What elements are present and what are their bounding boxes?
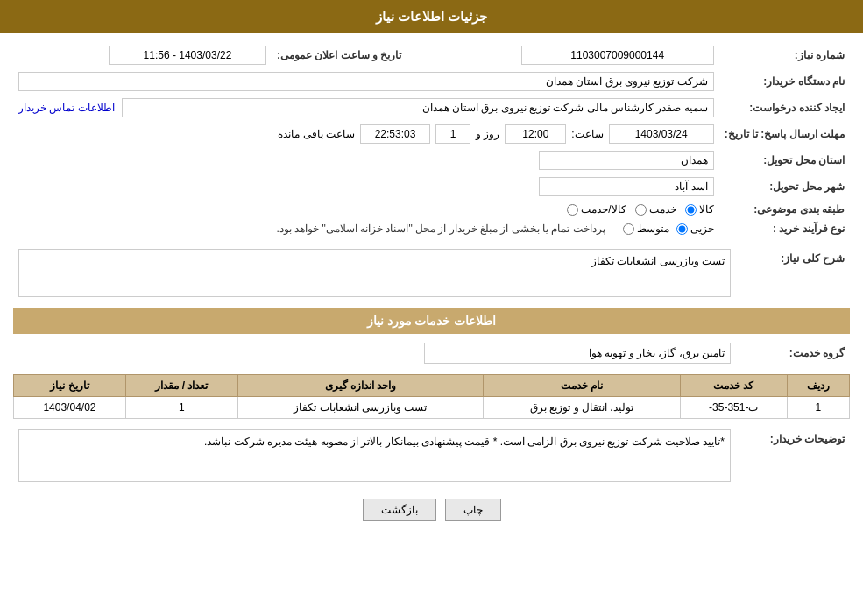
row-tozihat: توضیحات خریدار: *تایید صلاحیت شرکت توزیع…	[13, 426, 850, 485]
nam-dastgah-label: نام دستگاه خریدار:	[719, 68, 850, 95]
radio-jozi: جزیی	[676, 223, 714, 235]
sharh-box: تست وبازرسی انشعابات تکفاز	[18, 249, 731, 297]
mohlat-date: 1403/03/24	[609, 124, 714, 144]
services-table: ردیف کد خدمت نام خدمت واحد اندازه گیری ت…	[13, 374, 850, 419]
row-shomare-tarikh: شماره نیاز: 1103007009000144 تاریخ و ساع…	[13, 42, 850, 68]
shahr-label: شهر محل تحویل:	[719, 173, 850, 200]
col-radif: ردیف	[787, 375, 849, 397]
radio-kala-khadmat-label: کالا/خدمت	[581, 203, 626, 216]
ijad-value: سمیه صفدر کارشناس مالی شرکت توزیع نیروی …	[13, 95, 719, 121]
mohlat-saat: 12:00	[505, 124, 566, 144]
ostan-label: استان محل تحویل:	[719, 147, 850, 173]
cell-kod: ت-351-35-	[680, 397, 787, 419]
radio-khadmat-label: خدمت	[649, 203, 676, 216]
tarikh-value: 1403/03/22 - 11:56	[13, 42, 272, 68]
col-kod: کد خدمت	[680, 375, 787, 397]
saat-label: ساعت:	[571, 128, 603, 140]
radio-motovaset-label: متوسط	[637, 223, 669, 235]
col-vahed: واحد اندازه گیری	[237, 375, 484, 397]
mohlat-values: 1403/03/24 ساعت: 12:00 روز و 1 22:53:03 …	[13, 121, 719, 147]
chap-button[interactable]: چاپ	[445, 499, 501, 521]
mohlat-label: مهلت ارسال پاسخ: تا تاریخ:	[719, 121, 850, 147]
cell-tarikh: 1403/04/02	[14, 397, 126, 419]
cell-vahed: تست وبازرسی انشعابات تکفاز	[237, 397, 484, 419]
tozihat-table: توضیحات خریدار: *تایید صلاحیت شرکت توزیع…	[13, 426, 850, 485]
sharh-text: تست وبازرسی انشعابات تکفاز	[591, 255, 725, 267]
ijad-label: ایجاد کننده درخواست:	[719, 95, 850, 121]
khadamat-section-header: اطلاعات خدمات مورد نیاز	[13, 308, 850, 334]
shomare-niaz-input: 1103007009000144	[521, 46, 714, 65]
page-header: جزئیات اطلاعات نیاز	[0, 0, 863, 33]
khadamat-section-title: اطلاعات خدمات مورد نیاز	[367, 314, 497, 328]
row-tabaqe: طبقه بندی موضوعی: کالا خدمت کالا/خدمت	[13, 200, 850, 219]
farayand-label: نوع فرآیند خرید :	[719, 219, 850, 238]
services-table-header-row: ردیف کد خدمت نام خدمت واحد اندازه گیری ت…	[14, 375, 850, 397]
grohe-value: تامین برق، گاز، بخار و تهویه هوا	[13, 339, 736, 367]
page-title: جزئیات اطلاعات نیاز	[376, 9, 487, 24]
radio-kala-input[interactable]	[685, 204, 697, 216]
tarikh-label: تاریخ و ساعت اعلان عمومی:	[272, 42, 407, 68]
row-namdastgah: نام دستگاه خریدار: شرکت توزیع نیروی برق …	[13, 68, 850, 95]
page-wrapper: جزئیات اطلاعات نیاز شماره نیاز: 11030070…	[0, 0, 863, 616]
cell-tedad: 1	[125, 397, 237, 419]
col-tedad: تعداد / مقدار	[125, 375, 237, 397]
bazgasht-button[interactable]: بازگشت	[363, 499, 436, 521]
tozihat-text: *تایید صلاحیت شرکت توزیع نیروی برق الزام…	[204, 435, 725, 448]
shomare-niaz-value: 1103007009000144	[407, 42, 718, 68]
sharh-label: شرح کلی نیاز:	[736, 245, 850, 301]
radio-kala-khadmat-input[interactable]	[567, 204, 578, 216]
tozihat-label: توضیحات خریدار:	[736, 426, 850, 485]
tozihat-box: *تایید صلاحیت شرکت توزیع نیروی برق الزام…	[18, 429, 731, 482]
col-nam: نام خدمت	[484, 375, 681, 397]
grohe-label: گروه خدمت:	[736, 339, 850, 367]
radio-kala: کالا	[685, 203, 714, 216]
radio-jozi-input[interactable]	[676, 223, 688, 235]
shahr-input: اسد آباد	[539, 177, 714, 196]
nam-dastgah-value: شرکت توزیع نیروی برق استان همدان	[13, 68, 719, 95]
tarikh-input: 1403/03/22 - 11:56	[109, 46, 266, 65]
grohe-input: تامین برق، گاز، بخار و تهویه هوا	[424, 343, 731, 364]
tabaqe-label: طبقه بندی موضوعی:	[719, 200, 850, 219]
farayand-note: پرداخت تمام یا بخشی از مبلغ خریدار از مح…	[276, 223, 605, 235]
radio-khadmat-input[interactable]	[635, 204, 647, 216]
shomare-niaz-label: شماره نیاز:	[719, 42, 850, 68]
nam-dastgah-input: شرکت توزیع نیروی برق استان همدان	[18, 72, 714, 91]
sharh-value: تست وبازرسی انشعابات تکفاز	[13, 245, 736, 301]
row-farayand: نوع فرآیند خرید : جزیی متوسط	[13, 219, 850, 238]
radio-jozi-label: جزیی	[690, 223, 714, 235]
radio-khadmat: خدمت	[635, 203, 676, 216]
ostan-input: همدان	[539, 151, 714, 170]
main-content: شماره نیاز: 1103007009000144 تاریخ و ساع…	[0, 33, 863, 539]
row-ijad: ایجاد کننده درخواست: سمیه صفدر کارشناس م…	[13, 95, 850, 121]
radio-kala-khadmat: کالا/خدمت	[567, 203, 626, 216]
ostan-value: همدان	[13, 147, 719, 173]
ijad-input: سمیه صفدر کارشناس مالی شرکت توزیع نیروی …	[122, 98, 714, 117]
tabaqe-options: کالا خدمت کالا/خدمت	[13, 200, 719, 219]
row-ostan: استان محل تحویل: همدان	[13, 147, 850, 173]
button-group: چاپ بازگشت	[13, 499, 850, 521]
saat-baqi: 22:53:03	[360, 124, 430, 144]
ettelaat-tamas-link[interactable]: اطلاعات تماس خریدار	[18, 102, 115, 114]
row-sharh: شرح کلی نیاز: تست وبازرسی انشعابات تکفاز	[13, 245, 850, 301]
row-mohlat: مهلت ارسال پاسخ: تا تاریخ: 1403/03/24 سا…	[13, 121, 850, 147]
shahr-value: اسد آباد	[13, 173, 719, 200]
saat-baqi-label: ساعت باقی مانده	[278, 128, 355, 140]
grohe-table: گروه خدمت: تامین برق، گاز، بخار و تهویه …	[13, 339, 850, 367]
radio-kala-label: کالا	[699, 203, 714, 216]
table-row: 1 ت-351-35- تولید، انتقال و توزیع برق تس…	[14, 397, 850, 419]
info-table: شماره نیاز: 1103007009000144 تاریخ و ساع…	[13, 42, 850, 238]
col-tarikh: تاریخ نیاز	[14, 375, 126, 397]
tozihat-value: *تایید صلاحیت شرکت توزیع نیروی برق الزام…	[13, 426, 736, 485]
radio-motovaset-input[interactable]	[623, 223, 634, 235]
cell-nam: تولید، انتقال و توزیع برق	[484, 397, 681, 419]
row-grohe: گروه خدمت: تامین برق، گاز، بخار و تهویه …	[13, 339, 850, 367]
roz-label: روز و	[476, 128, 499, 140]
sharh-table: شرح کلی نیاز: تست وبازرسی انشعابات تکفاز	[13, 245, 850, 301]
mohlat-roz: 1	[435, 124, 470, 144]
radio-motovaset: متوسط	[623, 223, 669, 235]
row-shahr: شهر محل تحویل: اسد آباد	[13, 173, 850, 200]
cell-radif: 1	[787, 397, 849, 419]
farayand-options: جزیی متوسط پرداخت تمام یا بخشی از مبلغ خ…	[13, 219, 719, 238]
